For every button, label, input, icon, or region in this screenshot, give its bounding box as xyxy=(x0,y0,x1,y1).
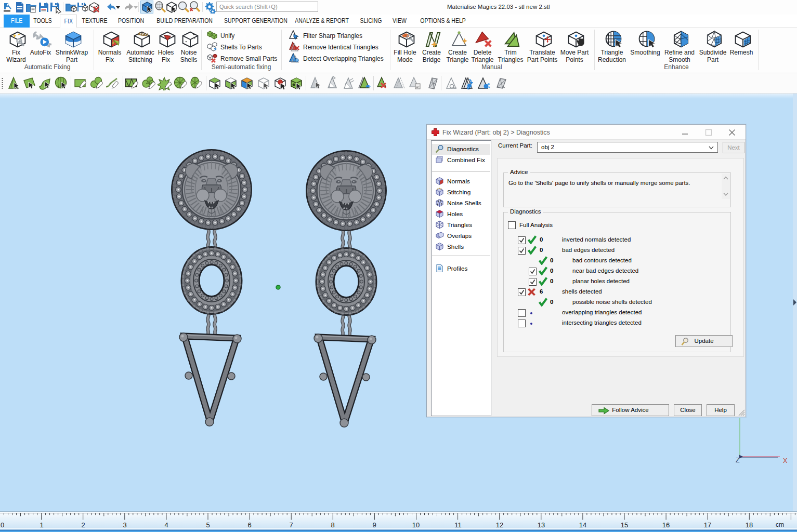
svg-text:Z: Z xyxy=(736,457,740,464)
svg-text:X: X xyxy=(783,457,788,464)
